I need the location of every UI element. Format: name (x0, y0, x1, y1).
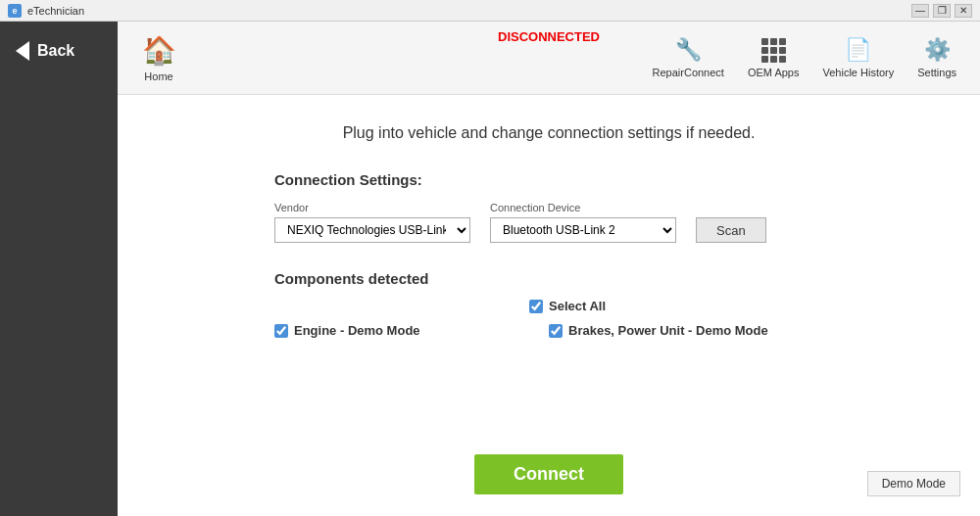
vendor-label: Vendor (274, 202, 470, 213)
home-label: Home (144, 70, 172, 82)
window-controls[interactable]: — ❐ ✕ (911, 4, 972, 18)
content-area: DISCONNECTED 🏠 Home 🔧 RepairConnect OEM … (118, 22, 980, 516)
vehiclehistory-nav-item[interactable]: 📄 Vehicle History (810, 31, 906, 84)
components-section: Components detected Select All Engine - … (274, 270, 823, 346)
select-all-row: Select All (529, 299, 823, 313)
select-all-label: Select All (549, 299, 606, 313)
app-container: Back DISCONNECTED 🏠 Home 🔧 RepairConnect (0, 22, 980, 516)
repairconnect-nav-item[interactable]: 🔧 RepairConnect (641, 31, 736, 84)
wrench-icon: 🔧 (675, 37, 702, 63)
home-icon: 🏠 (142, 34, 176, 67)
disconnected-status: DISCONNECTED (498, 29, 600, 44)
components-grid: Engine - Demo Mode Brakes, Power Unit - … (274, 323, 823, 346)
vendor-device-row: Vendor NEXIQ Technologies USB-Link 2 Con… (274, 202, 823, 243)
device-field-group: Connection Device Bluetooth USB-Link 2 (490, 202, 676, 243)
device-select[interactable]: Bluetooth USB-Link 2 (490, 217, 676, 243)
vehiclehistory-label: Vehicle History (822, 67, 894, 78)
brakes-checkbox[interactable] (549, 324, 563, 338)
document-icon: 📄 (845, 37, 871, 63)
back-button[interactable]: Back (0, 31, 90, 70)
settings-nav-item[interactable]: ⚙️ Settings (906, 31, 968, 84)
repairconnect-label: RepairConnect (653, 67, 724, 78)
device-label: Connection Device (490, 202, 676, 213)
back-arrow-icon (16, 41, 29, 61)
app-icon: e (8, 4, 22, 18)
toolbar-right: 🔧 RepairConnect OEM Apps 📄 Vehicle Histo… (641, 31, 968, 84)
home-nav-item[interactable]: 🏠 Home (129, 28, 188, 88)
component-row-brakes: Brakes, Power Unit - Demo Mode (549, 323, 823, 338)
bottom-bar: Connect Demo Mode (118, 443, 980, 506)
demo-mode-button[interactable]: Demo Mode (867, 471, 960, 496)
settings-label: Settings (917, 67, 956, 78)
sidebar: Back (0, 22, 118, 516)
brakes-label: Brakes, Power Unit - Demo Mode (568, 323, 768, 338)
main-content: Plug into vehicle and change connection … (118, 95, 980, 443)
engine-checkbox[interactable] (274, 324, 288, 338)
component-row-engine: Engine - Demo Mode (274, 323, 549, 338)
connection-settings-title: Connection Settings: (274, 171, 823, 188)
toolbar: DISCONNECTED 🏠 Home 🔧 RepairConnect OEM … (118, 22, 980, 95)
oemapps-label: OEM Apps (748, 67, 800, 78)
minimize-button[interactable]: — (911, 4, 929, 18)
back-label: Back (37, 42, 74, 60)
connection-settings-section: Connection Settings: Vendor NEXIQ Techno… (274, 171, 823, 270)
app-title: eTechnician (27, 5, 911, 17)
grid-icon (761, 38, 786, 63)
engine-label: Engine - Demo Mode (294, 323, 420, 338)
gear-icon: ⚙️ (924, 37, 951, 63)
vendor-select[interactable]: NEXIQ Technologies USB-Link 2 (274, 217, 470, 243)
close-button[interactable]: ✕ (955, 4, 972, 18)
vendor-field-group: Vendor NEXIQ Technologies USB-Link 2 (274, 202, 470, 243)
scan-button[interactable]: Scan (696, 217, 766, 243)
connect-button[interactable]: Connect (474, 454, 623, 494)
maximize-button[interactable]: ❐ (933, 4, 951, 18)
title-bar: e eTechnician — ❐ ✕ (0, 0, 980, 22)
components-title: Components detected (274, 270, 823, 287)
select-all-checkbox[interactable] (529, 300, 543, 313)
instruction-text: Plug into vehicle and change connection … (343, 124, 756, 142)
oemapps-nav-item[interactable]: OEM Apps (736, 32, 811, 84)
